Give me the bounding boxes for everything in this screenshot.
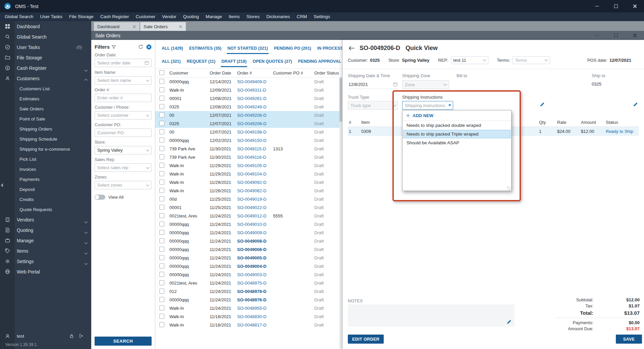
sidebar-item-web-portal[interactable]: Web Portal <box>0 266 91 277</box>
row-checkbox[interactable] <box>159 79 164 84</box>
row-checkbox[interactable] <box>159 238 164 243</box>
menu-item[interactable]: Items <box>225 12 243 21</box>
view-all-toggle[interactable] <box>95 195 105 200</box>
sidebar-item-file-storage[interactable]: File Storage <box>0 52 91 63</box>
sidebar-subitem[interactable]: Estimates <box>0 94 91 104</box>
order-link[interactable]: SO-0049104-D <box>237 171 266 177</box>
col-customer-po[interactable]: Customer PO # <box>273 70 314 76</box>
table-row[interactable]: 0325 12/07/2021 SO-0049206-D Draft <box>155 119 342 128</box>
sidebar-subitem[interactable]: Pick List <box>0 154 91 164</box>
menu-item[interactable]: CRM <box>293 12 310 21</box>
row-checkbox[interactable] <box>159 247 164 252</box>
order-link[interactable]: SO-0049010-D <box>237 222 266 227</box>
sidebar-subitem[interactable]: Shipping Orders <box>0 124 91 134</box>
menu-item[interactable]: Vendor <box>159 12 180 21</box>
sidebar-subitem[interactable]: Shipping Schedule <box>0 134 91 144</box>
order-link[interactable]: SO-0049008-D <box>237 239 266 244</box>
row-checkbox[interactable] <box>159 255 164 260</box>
chevron-down-icon[interactable] <box>446 101 453 109</box>
order-link[interactable]: SO-0049006-D <box>237 247 266 252</box>
quickview-restore-button[interactable] <box>606 31 625 40</box>
menu-item[interactable]: Quoting <box>180 12 202 21</box>
table-row[interactable]: 00000qqq 11/24/2021 SO-0049004-D Draft <box>155 262 342 270</box>
table-row[interactable]: 00000qqq 12/14/2021 SO-0049409-D Draft <box>155 78 342 86</box>
row-checkbox[interactable] <box>159 314 164 319</box>
refresh-icon[interactable] <box>138 44 143 49</box>
order-link[interactable]: SO-0049249-D <box>237 104 266 109</box>
dropdown-option[interactable]: Should be Available ASAP <box>403 139 511 147</box>
customer-po-field[interactable] <box>97 130 149 135</box>
row-checkbox[interactable] <box>159 305 164 310</box>
menu-item[interactable]: Global Search <box>1 12 37 21</box>
customer-po-input[interactable] <box>95 129 152 137</box>
sidebar-subitem[interactable]: Shipping for e-commerce <box>0 144 91 154</box>
table-row[interactable]: 0021test, Ares 11/24/2021 SO-0048975-D D… <box>155 279 342 287</box>
sidebar-subitem[interactable]: Customers List <box>0 84 91 94</box>
table-row[interactable]: 00001 12/08/2021 SO-0049261-D Draft <box>155 94 342 103</box>
order-link[interactable]: SO-0049022-D <box>237 205 266 210</box>
table-row[interactable]: 0325 12/08/2021 SO-0049249-D Draft <box>155 103 342 111</box>
col-order-number[interactable]: Order # <box>237 70 273 76</box>
col-order-date[interactable]: Order Date <box>210 70 237 76</box>
menu-item[interactable]: Customer <box>132 12 159 21</box>
dropdown-option[interactable]: Needs to ship packed Triple wraped <box>403 130 511 138</box>
row-checkbox[interactable] <box>159 289 164 294</box>
store-select[interactable]: Spring Valley <box>95 146 152 154</box>
row-checkbox[interactable] <box>159 180 164 185</box>
add-new-option[interactable]: ADD NEW <box>402 110 511 121</box>
col-order-status[interactable]: Order Status <box>314 70 342 76</box>
order-link[interactable]: SO-0049005-D <box>237 255 266 260</box>
table-row[interactable]: 00000qqq 12/02/2021 SO-0049150-D Draft <box>155 136 342 145</box>
order-link[interactable]: SO-0049198-D <box>237 130 266 135</box>
table-row[interactable]: 00 12/07/2021 SO-0049208-D Draft <box>155 111 342 119</box>
sidebar-item-items[interactable]: Items <box>0 246 91 256</box>
row-checkbox[interactable] <box>159 163 164 168</box>
order-link[interactable]: SO-0049009-D <box>237 230 266 235</box>
shipping-instructions-combobox[interactable]: Shipping instructions <box>402 101 453 110</box>
row-checkbox[interactable] <box>159 297 164 302</box>
row-checkbox[interactable] <box>159 322 164 327</box>
table-row[interactable]: 00d 11/25/2021 SO-0049019-D Draft <box>155 195 342 203</box>
status-tab[interactable]: IN PROCESS (47 <box>314 43 342 54</box>
row-checkbox[interactable] <box>159 129 164 134</box>
row-checkbox[interactable] <box>159 87 164 92</box>
order-link[interactable]: SO-0049003-D <box>237 272 266 277</box>
shipping-zone-select[interactable]: Zone <box>402 80 449 89</box>
row-checkbox[interactable] <box>159 121 164 126</box>
row-checkbox[interactable] <box>159 154 164 159</box>
row-checkbox[interactable] <box>159 138 164 143</box>
sub-status-tab[interactable]: OPEN QUOTES (27) <box>250 56 295 67</box>
order-link[interactable]: SO-0049206-D <box>237 121 266 126</box>
row-checkbox[interactable] <box>159 96 164 101</box>
sidebar-item-dashboard[interactable]: Dashboard <box>0 21 91 32</box>
table-row[interactable]: Walk-In 12/09/2021 SO-0049311-D Draft <box>155 86 342 94</box>
order-link[interactable]: SO-0048978-D <box>237 289 266 294</box>
truck-type-select[interactable]: Truck type <box>348 101 398 110</box>
menu-item[interactable]: Stores <box>243 12 263 21</box>
sidebar-item-customers[interactable]: Customers <box>0 73 91 84</box>
order-link[interactable]: SO-0049105-D <box>237 163 266 168</box>
order-date-field[interactable] <box>97 60 145 65</box>
quickview-minimize-button[interactable] <box>588 31 606 40</box>
sidebar-collapse-handle[interactable] <box>1 183 3 187</box>
tab-sale-orders[interactable]: Sale Orders <box>140 22 186 31</box>
row-checkbox[interactable] <box>159 188 164 193</box>
tab-dashboard[interactable]: Dashboard <box>94 22 140 31</box>
table-row[interactable]: 00 12/07/2021 SO-0049198-D Draft <box>155 128 342 136</box>
notes-box[interactable] <box>348 304 515 327</box>
sidebar-subitem[interactable]: Credits <box>0 194 91 204</box>
back-arrow-icon[interactable] <box>348 46 355 51</box>
table-row[interactable]: 00000qqq 11/24/2021 SO-0049010-D Draft <box>155 220 342 229</box>
sidebar-subitem[interactable]: Sale Orders <box>0 104 91 114</box>
table-row[interactable]: Walk-In 11/29/2021 SO-0049092-D Draft <box>155 178 342 187</box>
order-link[interactable]: SO-0049004-D <box>237 264 266 269</box>
table-row[interactable]: 012 11/24/2021 SO-0048978-D Draft <box>155 287 342 296</box>
sales-rep-select[interactable]: Select sales rep <box>95 163 152 172</box>
status-tab[interactable]: ESTIMATES (35) <box>186 43 224 54</box>
menu-item[interactable]: Dictionaries <box>263 12 293 21</box>
table-row[interactable]: Walk-In 11/26/2021 SO-0049062-D Draft <box>155 187 342 195</box>
table-row[interactable]: 00000qqq 11/24/2021 SO-0049009-D Draft <box>155 229 342 237</box>
sidebar-item-user-tasks[interactable]: User Tasks (0) <box>0 42 91 52</box>
menu-item[interactable]: Manage <box>202 12 225 21</box>
row-checkbox[interactable] <box>159 146 164 151</box>
